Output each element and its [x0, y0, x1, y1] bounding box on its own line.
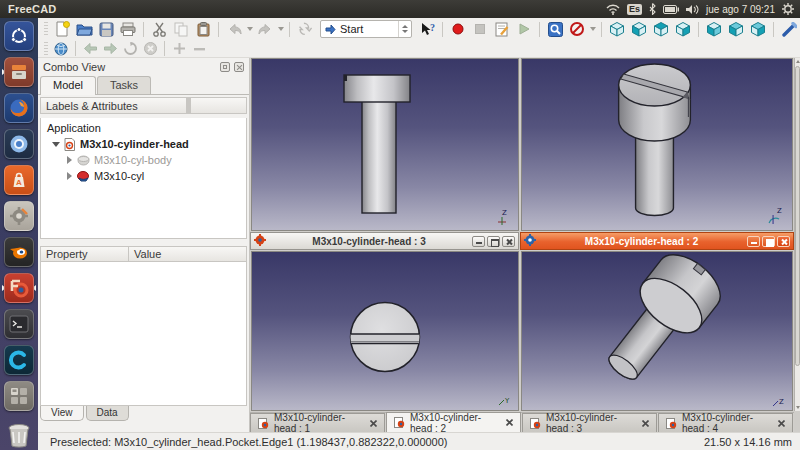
combo-view-panel: Combo View Model Tasks Labels & Attribut… [38, 58, 250, 432]
view-rear-button[interactable] [703, 19, 725, 39]
fit-all-button[interactable] [544, 19, 566, 39]
launcher-item-freecad[interactable] [3, 272, 35, 304]
battery-icon[interactable] [663, 5, 679, 14]
undo-dropdown[interactable] [245, 19, 254, 39]
wifi-icon[interactable] [606, 4, 620, 15]
property-table-body[interactable] [40, 262, 247, 406]
macro-record-button[interactable] [447, 19, 469, 39]
launcher-item-trash[interactable] [3, 420, 35, 450]
nav-forward-button[interactable] [100, 41, 120, 57]
maximize-button[interactable] [762, 236, 775, 247]
mdi-tab-2[interactable]: M3x10-cylinder-head : 2 [386, 412, 521, 432]
nav-stop-button[interactable] [140, 41, 160, 57]
tab-model[interactable]: Model [40, 76, 96, 95]
redo-button[interactable] [254, 19, 276, 39]
keyboard-layout-indicator[interactable]: Es [627, 4, 642, 15]
volume-icon[interactable] [686, 4, 699, 15]
tab-view[interactable]: View [40, 406, 84, 421]
close-tab-icon[interactable] [778, 420, 785, 427]
launcher-item-software-center[interactable]: A [3, 164, 35, 196]
close-tab-icon[interactable] [642, 420, 649, 427]
draw-style-dropdown[interactable] [588, 19, 597, 39]
mdi-tab-1[interactable]: M3x10-cylinder-head : 1 [250, 413, 385, 432]
tab-tasks[interactable]: Tasks [97, 76, 151, 94]
toolbar-handle[interactable] [44, 22, 48, 36]
launcher-item-chromium[interactable] [3, 128, 35, 160]
open-document-button[interactable] [73, 19, 95, 39]
workbench-spinner[interactable] [398, 21, 411, 37]
viewport-front-view[interactable]: Z [251, 58, 519, 231]
close-button[interactable] [502, 236, 515, 247]
launcher-item-files[interactable] [3, 56, 35, 88]
tab-data[interactable]: Data [86, 406, 129, 421]
session-gear-icon[interactable] [782, 3, 794, 15]
close-button[interactable] [777, 236, 790, 247]
save-document-button[interactable] [95, 19, 117, 39]
redo-dropdown[interactable] [276, 19, 285, 39]
subwindow-titlebar-2[interactable]: M3x10-cylinder-head : 2 [520, 232, 794, 250]
launcher-item-c-application[interactable] [3, 344, 35, 376]
launcher-item-blender[interactable] [3, 236, 35, 268]
bluetooth-icon[interactable] [649, 3, 656, 15]
terminal-icon [4, 309, 34, 339]
view-top-button[interactable] [650, 19, 672, 39]
dock-close-button[interactable] [234, 62, 244, 72]
subwindow-titlebar-3[interactable]: M3x10-cylinder-head : 3 [250, 232, 519, 250]
workbench-selector[interactable]: Start [320, 20, 412, 38]
view-axonometric-button[interactable] [606, 19, 628, 39]
close-tab-icon[interactable] [370, 420, 377, 427]
view-front-button[interactable] [628, 19, 650, 39]
mdi-tab-4[interactable]: M3x10-cylinder-head : 4 [658, 413, 793, 432]
scrollbar-thumb[interactable] [795, 66, 800, 366]
viewport-top-view[interactable]: Y [251, 251, 519, 411]
print-button[interactable] [117, 19, 139, 39]
launcher-item-firefox[interactable] [3, 92, 35, 124]
macro-edit-button[interactable] [491, 19, 513, 39]
draw-style-button[interactable] [566, 19, 588, 39]
launcher-item-dash[interactable] [3, 20, 35, 52]
expander-closed-icon[interactable] [65, 156, 74, 165]
mdi-tab-3[interactable]: M3x10-cylinder-head : 3 [522, 413, 657, 432]
viewport-axonometric-view[interactable]: Z [521, 58, 793, 231]
undo-button[interactable] [223, 19, 245, 39]
tree-item-application[interactable]: Application [41, 120, 246, 136]
close-tab-icon[interactable] [506, 419, 513, 426]
view-bottom-button[interactable] [725, 19, 747, 39]
measure-button[interactable] [778, 19, 800, 39]
zoom-out-button[interactable] [189, 41, 209, 57]
panel-splitter[interactable] [38, 239, 249, 246]
tree-item-part[interactable]: M3x10-cyl [41, 168, 246, 184]
tree-item-body[interactable]: M3x10-cyl-body [41, 152, 246, 168]
launcher-item-workspace-switcher[interactable] [3, 380, 35, 412]
dock-float-button[interactable] [220, 62, 230, 72]
whats-this-button[interactable]: ? [416, 19, 438, 39]
clock[interactable]: jue ago 7 09:21 [706, 4, 775, 15]
expander-closed-icon[interactable] [65, 172, 74, 181]
launcher-item-terminal[interactable] [3, 308, 35, 340]
view-left-button[interactable] [747, 19, 769, 39]
scroll-up-arrow[interactable] [795, 58, 800, 65]
nav-refresh-button[interactable] [120, 41, 140, 57]
macro-play-button[interactable] [513, 19, 535, 39]
paste-button[interactable] [192, 19, 214, 39]
zoom-in-button[interactable] [169, 41, 189, 57]
maximize-button[interactable] [487, 236, 500, 247]
tree-item-document[interactable]: M3x10-cylinder-head [41, 136, 246, 152]
nav-back-button[interactable] [80, 41, 100, 57]
launcher-item-system-settings[interactable] [3, 200, 35, 232]
expander-open-icon[interactable] [51, 140, 60, 149]
viewport-isometric-view[interactable]: Z [521, 251, 793, 411]
mdi-vertical-scrollbar[interactable] [794, 58, 800, 411]
scroll-down-arrow[interactable] [795, 404, 800, 411]
ubuntu-logo-icon [4, 21, 34, 51]
minimize-button[interactable] [747, 236, 760, 247]
toolbar-handle[interactable] [44, 42, 48, 56]
view-right-button[interactable] [672, 19, 694, 39]
copy-button[interactable] [170, 19, 192, 39]
web-browser-button[interactable] [51, 41, 71, 57]
cut-button[interactable] [148, 19, 170, 39]
macro-stop-button[interactable] [469, 19, 491, 39]
refresh-button[interactable] [294, 19, 316, 39]
minimize-button[interactable] [472, 236, 485, 247]
new-document-button[interactable] [51, 19, 73, 39]
